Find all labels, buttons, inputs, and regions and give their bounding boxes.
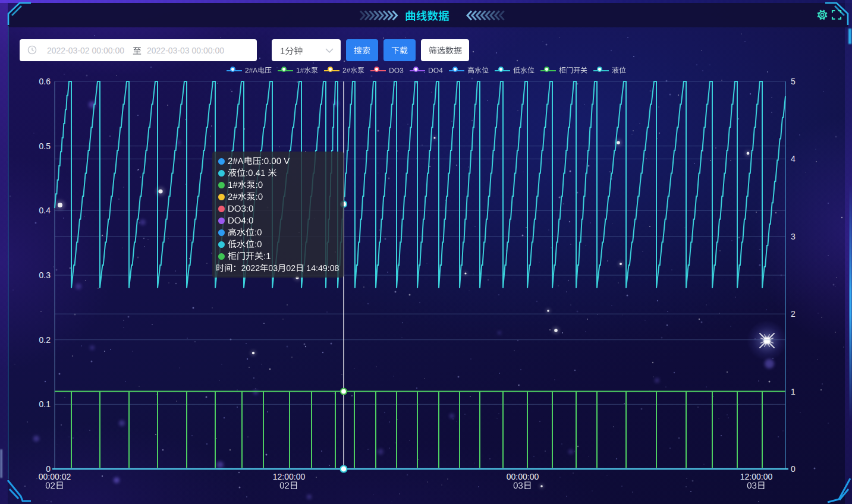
svg-text:0.4: 0.4 <box>39 206 51 215</box>
svg-text:2: 2 <box>791 309 796 319</box>
svg-text:3: 3 <box>791 232 796 241</box>
svg-text:0.3: 0.3 <box>39 270 51 280</box>
svg-text:00:00:02: 00:00:02 <box>39 472 71 481</box>
svg-text:0: 0 <box>791 464 796 474</box>
svg-text:0.1: 0.1 <box>39 399 51 409</box>
svg-text:0.2: 0.2 <box>39 335 51 345</box>
svg-text:5: 5 <box>791 77 796 86</box>
svg-text:4: 4 <box>791 154 796 163</box>
svg-text:0.5: 0.5 <box>39 141 51 151</box>
svg-text:12:00:00: 12:00:00 <box>740 472 773 481</box>
svg-text:0.6: 0.6 <box>39 77 51 86</box>
svg-text:12:00:00: 12:00:00 <box>273 472 306 481</box>
svg-text:1: 1 <box>791 387 796 396</box>
svg-text:00:00:00: 00:00:00 <box>507 472 539 481</box>
